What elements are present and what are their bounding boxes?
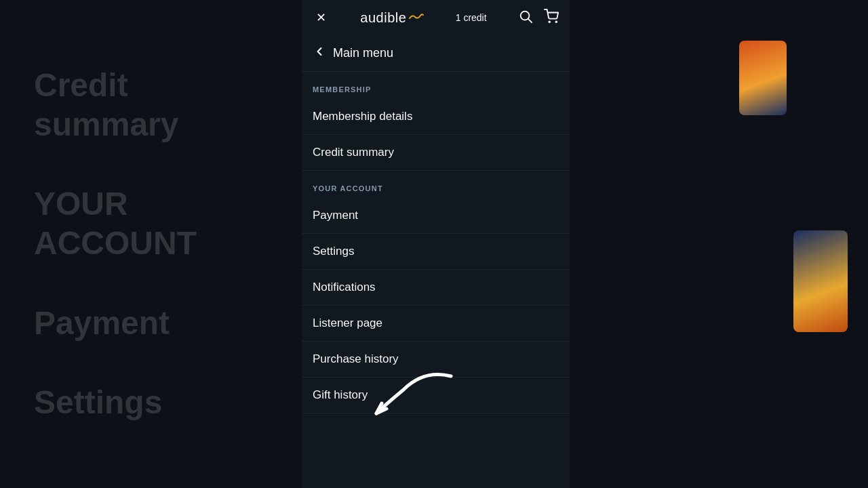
app-header: ✕ audible 1 credit [302, 0, 570, 35]
app-container: ✕ audible 1 credit [302, 0, 570, 488]
logo-text: audible [360, 10, 406, 26]
audible-logo: audible [360, 10, 424, 26]
search-icon[interactable] [518, 9, 533, 27]
logo-wave-icon [409, 12, 424, 23]
your-account-section-label: YOUR ACCOUNT [302, 171, 570, 198]
purchase-history-item[interactable]: Purchase history [302, 342, 570, 378]
bg-text-credit-summary: Credit summary [34, 66, 268, 144]
right-panel [570, 0, 868, 488]
menu-title: Main menu [333, 46, 393, 60]
membership-details-item[interactable]: Membership details [302, 99, 570, 135]
payment-item[interactable]: Payment [302, 198, 570, 234]
notifications-item[interactable]: Notifications [302, 270, 570, 306]
gift-history-item[interactable]: Gift history [302, 378, 570, 413]
membership-section-label: MEMBERSHIP [302, 72, 570, 99]
bg-text-your-account: YOUR ACCOUNT [34, 184, 268, 262]
close-button[interactable]: ✕ [313, 9, 329, 26]
menu-content: MEMBERSHIP Membership details Credit sum… [302, 72, 570, 488]
header-actions [518, 9, 559, 27]
cart-icon[interactable] [544, 9, 559, 27]
back-button[interactable] [313, 45, 326, 62]
bg-text-settings: Settings [34, 383, 268, 422]
book-card-1 [739, 41, 787, 115]
credit-count: 1 credit [456, 12, 487, 23]
book-card-2 [793, 230, 848, 332]
bg-text-payment: Payment [34, 304, 268, 343]
menu-header: Main menu [302, 35, 570, 72]
background-left: Credit summary YOUR ACCOUNT Payment Sett… [0, 0, 302, 488]
svg-line-1 [528, 19, 532, 22]
settings-item[interactable]: Settings [302, 234, 570, 270]
svg-point-2 [549, 21, 550, 22]
svg-point-3 [555, 21, 557, 22]
credit-summary-item[interactable]: Credit summary [302, 135, 570, 171]
listener-page-item[interactable]: Listener page [302, 306, 570, 342]
